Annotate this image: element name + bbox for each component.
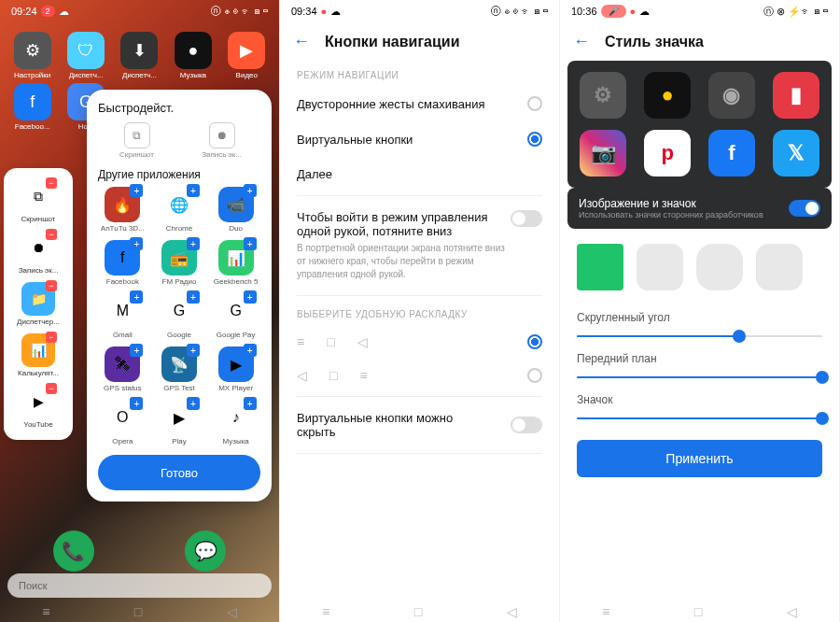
opt-one-handed[interactable]: Чтобы войти в режим управления одной рук… xyxy=(280,200,559,291)
header: ← Кнопки навигации xyxy=(280,22,559,61)
back-button[interactable]: ← xyxy=(293,32,310,51)
radio-icon xyxy=(527,96,542,111)
other-app[interactable]: 🔥+AnTuTu 3D... xyxy=(96,187,149,233)
section-nav-mode: РЕЖИМ НАВИГАЦИИ xyxy=(280,61,559,86)
page-title: Кнопки навигации xyxy=(325,34,459,50)
nav-bar: ≡□◁ xyxy=(560,601,839,622)
phone-1-home: 09:242☁ ⓝ ⊕ ◎ ᯤ ▣ ▭ ⚙Настройки🛡Диспетч..… xyxy=(0,0,280,622)
third-party-icons-switch[interactable]: Изображение и значокИспользовать значки … xyxy=(567,188,832,229)
other-app[interactable]: ▶+MX Player xyxy=(209,346,262,392)
section-layout: ВЫБЕРИТЕ УДОБНУЮ РАСКЛАДКУ xyxy=(280,300,559,325)
nav-back-icon[interactable]: ◁ xyxy=(227,604,237,619)
other-app[interactable]: 📹+Duo xyxy=(209,187,262,233)
phone-3-icon-style: 10:36🎤●☁ ⓝ ⊗ ⚡ᯤ ▣ ▭ ← Стиль значка ⚙ ● ◉… xyxy=(560,0,840,622)
status-icons: ⓝ ⊕ ◎ ᯤ ▣ ▭ xyxy=(211,6,268,17)
other-app[interactable]: G+Google Pay xyxy=(209,293,262,339)
home-app[interactable]: 🛡Диспетч... xyxy=(61,32,110,79)
toggle[interactable] xyxy=(511,417,542,433)
dock-app[interactable]: 📞 xyxy=(53,530,94,572)
shape-pebble[interactable] xyxy=(756,244,803,290)
home-app[interactable]: ▶Видео xyxy=(222,32,272,79)
cloud-icon: ☁ xyxy=(330,6,341,18)
back-button[interactable]: ← xyxy=(573,32,590,51)
other-app[interactable]: 📊+Geekbench 5 xyxy=(209,240,262,286)
sidebar-app[interactable]: ⏺−Запись эк... xyxy=(7,227,69,278)
divider xyxy=(297,195,542,196)
home-app[interactable]: ⬇Диспетч... xyxy=(115,32,164,79)
toggle[interactable] xyxy=(789,200,820,217)
nav-menu-icon[interactable]: ≡ xyxy=(322,604,329,619)
shape-squircle[interactable] xyxy=(696,244,743,290)
slider-icon: Значок xyxy=(560,388,839,429)
other-app[interactable]: ▶+Play xyxy=(153,400,206,445)
slider[interactable] xyxy=(577,417,822,419)
status-bar: 10:36🎤●☁ ⓝ ⊗ ⚡ᯤ ▣ ▭ xyxy=(560,0,839,22)
preview-camera-icon: ◉ xyxy=(708,72,755,119)
nav-home-icon[interactable]: □ xyxy=(134,604,142,619)
radio-icon xyxy=(527,368,542,383)
sidebar-app[interactable]: 📁−Диспетчер... xyxy=(7,278,69,330)
slider[interactable] xyxy=(577,335,822,337)
layout-option-2[interactable]: ◁□≡ xyxy=(280,359,559,392)
home-app[interactable]: ⚙Настройки xyxy=(7,32,57,79)
clock: 10:36 xyxy=(571,6,597,17)
preview-pinterest-icon: p xyxy=(644,130,691,177)
cloud-icon: ☁ xyxy=(59,6,69,18)
done-button[interactable]: Готово xyxy=(98,455,260,490)
nav-home-icon[interactable]: □ xyxy=(694,604,702,619)
sidebar-app[interactable]: ▶−YouTube xyxy=(7,381,69,432)
sidebar-app[interactable]: ⧉−Скриншот xyxy=(7,176,69,227)
mic-badge: 🎤 xyxy=(601,5,626,18)
header: ← Стиль значка xyxy=(560,22,839,61)
dock: 📞💬 xyxy=(0,530,279,572)
preview-music-icon: ● xyxy=(644,72,691,119)
smart-sidebar[interactable]: ⧉−Скриншот⏺−Запись эк...📁−Диспетчер...📊−… xyxy=(4,168,73,440)
other-app[interactable]: f+Facebook xyxy=(96,240,149,286)
crop-icon: ⧉ xyxy=(124,122,150,148)
nav-menu-icon[interactable]: ≡ xyxy=(602,604,609,619)
shape-rounded[interactable] xyxy=(637,244,683,290)
other-app[interactable]: 🌐+Chrome xyxy=(153,187,206,233)
quick-record[interactable]: ⏺Запись эк... xyxy=(183,122,260,159)
home-app[interactable]: ●Музыка xyxy=(168,32,217,79)
status-icons: ⓝ ⊗ ⚡ᯤ ▣ ▭ xyxy=(763,5,828,19)
other-app[interactable]: 🛰+GPS status xyxy=(96,346,149,392)
divider xyxy=(297,453,542,454)
opt-swipe-gestures[interactable]: Двусторонние жесты смахивания xyxy=(280,86,559,121)
cloud-icon: ☁ xyxy=(639,6,650,18)
layout-option-1[interactable]: ≡□◁ xyxy=(280,325,559,359)
shape-picker xyxy=(560,229,839,305)
other-app[interactable]: 📻+FM Радио xyxy=(153,240,206,286)
page-title: Стиль значка xyxy=(605,34,704,50)
other-app[interactable]: G+Google xyxy=(153,293,206,339)
sidebar-app[interactable]: 📊−Калькулят... xyxy=(7,330,69,381)
opt-more[interactable]: Далее xyxy=(280,157,559,191)
toggle[interactable] xyxy=(511,210,542,227)
opt-virtual-buttons[interactable]: Виртуальные кнопки xyxy=(280,121,559,157)
dock-app[interactable]: 💬 xyxy=(185,530,226,572)
shape-square[interactable] xyxy=(577,244,623,290)
divider xyxy=(297,396,542,397)
status-bar: 09:34●☁ ⓝ ⊗ ◎ ᯤ ▣ ▭ xyxy=(280,0,559,22)
nav-menu-icon[interactable]: ≡ xyxy=(42,604,49,619)
nav-home-icon[interactable]: □ xyxy=(414,604,422,619)
preview-facebook-icon: f xyxy=(708,130,755,177)
other-app[interactable]: M+Gmail xyxy=(96,293,149,339)
slider-foreground: Передний план xyxy=(560,346,839,388)
nav-back-icon[interactable]: ◁ xyxy=(787,604,797,619)
home-app[interactable]: fFaceboo... xyxy=(7,83,57,131)
quick-screenshot[interactable]: ⧉Скриншот xyxy=(98,122,175,159)
nav-bar: ≡□◁ xyxy=(280,601,559,622)
clock: 09:34 xyxy=(291,6,317,17)
phone-2-nav-settings: 09:34●☁ ⓝ ⊗ ◎ ᯤ ▣ ▭ ← Кнопки навигации Р… xyxy=(280,0,560,622)
apply-button[interactable]: Применить xyxy=(577,440,822,477)
sidebar-edit-sheet: Быстродейст. ⧉Скриншот ⏺Запись эк... Дру… xyxy=(87,90,272,502)
nav-bar: ≡□◁ xyxy=(0,601,279,622)
search-bar[interactable]: Поиск xyxy=(7,573,272,598)
slider[interactable] xyxy=(577,376,822,378)
other-app[interactable]: 📡+GPS Test xyxy=(153,346,206,392)
other-app[interactable]: ♪+Музыка xyxy=(209,400,262,445)
other-app[interactable]: O+Opera xyxy=(96,400,149,445)
nav-back-icon[interactable]: ◁ xyxy=(507,604,517,619)
opt-hide-buttons[interactable]: Виртуальные кнопки можно скрыть xyxy=(280,401,559,449)
